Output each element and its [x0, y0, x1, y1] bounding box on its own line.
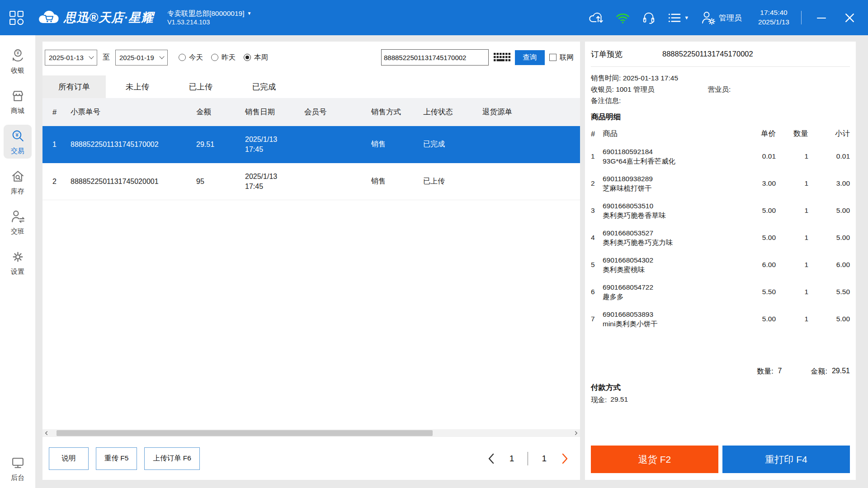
sidebar-item-settings[interactable]: 设置	[4, 245, 32, 279]
svg-text:¥: ¥	[15, 132, 19, 138]
shift-person-icon	[10, 209, 25, 224]
orders-panel: 2025-01-13 至 2025-01-19 今天 昨天	[42, 42, 580, 480]
receipt-search-input[interactable]	[381, 49, 489, 66]
scrollbar-thumb[interactable]	[57, 430, 433, 436]
user-menu[interactable]: 管理员	[701, 10, 742, 25]
scroll-right-arrow-icon[interactable]	[572, 429, 580, 437]
payment-method: 现金:	[591, 395, 607, 405]
item-col-product: 商品	[603, 129, 738, 139]
radio-label: 昨天	[222, 53, 236, 62]
wifi-icon[interactable]	[615, 12, 630, 24]
keyboard-icon[interactable]	[493, 52, 510, 63]
sidebar-item-shift[interactable]: 交班	[4, 205, 32, 239]
item-qty: 1	[776, 315, 808, 323]
headset-icon[interactable]	[642, 11, 656, 24]
radio-label: 本周	[254, 53, 268, 62]
order-row[interactable]: 1 8888522501131745170002 29.51 2025/1/13…	[42, 126, 580, 163]
apps-grid-icon[interactable]	[9, 10, 24, 25]
item-index: 1	[591, 152, 603, 160]
sidebar-item-backoffice[interactable]: 后台	[4, 451, 32, 485]
item-col-index: #	[591, 130, 603, 138]
order-row[interactable]: 2 8888522501131745020001 95 2025/1/13 17…	[42, 163, 580, 200]
item-subtotal: 3.00	[808, 179, 850, 188]
summary-qty-value: 7	[778, 367, 782, 376]
store-block: 专卖联盟总部[80000019] ▼ V1.53.214.103	[167, 9, 251, 26]
orders-table-header: # 小票单号 金额 销售日期 会员号 销售方式 上传状态 退货源单	[42, 98, 580, 126]
reupload-button[interactable]: 重传 F5	[96, 447, 137, 470]
preview-header: 订单预览 8888522501131745170002	[591, 42, 850, 67]
item-qty: 1	[776, 206, 808, 215]
chevron-down-icon: ▼	[684, 15, 689, 20]
sidebar-item-inventory[interactable]: 库存	[4, 165, 32, 199]
cell-method: 销售	[365, 140, 417, 149]
item-price: 5.00	[738, 315, 776, 323]
col-header-amount: 金额	[190, 107, 239, 117]
sidebar-label: 交易	[11, 147, 24, 155]
online-checkbox[interactable]: 联网	[549, 53, 574, 62]
cell-upload-status: 已完成	[417, 140, 476, 149]
order-list-menu[interactable]: ▼	[667, 12, 689, 24]
item-row: 3 6901668053510奥利奥巧脆卷香草味 5.00 1 5.00	[591, 197, 850, 224]
item-product: 690118059218493G*64嘉士利香芒威化	[603, 144, 738, 169]
cell-upload-status: 已上传	[417, 177, 476, 186]
online-label: 联网	[560, 53, 574, 62]
prev-page-icon[interactable]	[487, 453, 496, 465]
scroll-left-arrow-icon[interactable]	[42, 429, 50, 437]
cashier-label: 收银员:	[591, 85, 614, 93]
brand: 思迅®天店·星耀	[38, 9, 154, 26]
item-row: 1 690118059218493G*64嘉士利香芒威化 0.01 1 0.01	[591, 143, 850, 170]
storefront-icon	[10, 89, 25, 103]
item-col-qty: 数量	[776, 129, 808, 139]
checkbox-square	[549, 54, 557, 61]
item-qty: 1	[776, 261, 808, 269]
cloud-sync-icon[interactable]	[588, 11, 604, 24]
store-name[interactable]: 专卖联盟总部[80000019]	[167, 9, 245, 18]
item-index: 7	[591, 315, 603, 323]
radio-this-week[interactable]: 本周	[244, 53, 268, 62]
help-button[interactable]: 说明	[49, 447, 89, 470]
sidebar-item-transactions[interactable]: ¥ 交易	[4, 125, 32, 159]
radio-today[interactable]: 今天	[179, 53, 203, 62]
query-button[interactable]: 查询	[515, 50, 545, 65]
item-col-price: 单价	[738, 129, 776, 139]
tab-completed[interactable]: 已完成	[232, 75, 296, 98]
item-subtotal: 5.00	[808, 206, 850, 215]
radio-dot	[211, 54, 218, 61]
tab-all-orders[interactable]: 所有订单	[42, 75, 106, 98]
item-subtotal: 5.00	[808, 315, 850, 323]
item-product: 6901668054302奥利奥蜜桃味	[603, 252, 738, 277]
preview-title: 订单预览	[591, 49, 623, 60]
order-preview-panel: 订单预览 8888522501131745170002 销售时间: 2025-0…	[585, 42, 856, 480]
date-to-select[interactable]: 2025-01-19	[115, 50, 168, 66]
radio-yesterday[interactable]: 昨天	[211, 53, 236, 62]
tab-uploaded[interactable]: 已上传	[169, 75, 232, 98]
sidebar: ¥ 收银 商城 ¥	[0, 35, 35, 488]
store-caret-icon[interactable]: ▼	[247, 11, 251, 17]
tab-not-uploaded[interactable]: 未上传	[106, 75, 169, 98]
col-header-method: 销售方式	[365, 107, 417, 117]
item-index: 3	[591, 206, 603, 215]
item-product: 6901668054722趣多多	[603, 279, 738, 305]
search-yen-icon: ¥	[10, 129, 25, 144]
minimize-button[interactable]	[813, 10, 830, 25]
preview-actions: 退货 F2 重打印 F4	[591, 446, 850, 480]
item-subtotal: 5.50	[808, 288, 850, 296]
date-from-select[interactable]: 2025-01-13	[45, 50, 97, 66]
date-range-to-label: 至	[103, 53, 110, 62]
refund-button[interactable]: 退货 F2	[591, 446, 718, 473]
upload-order-button[interactable]: 上传订单 F6	[144, 447, 199, 470]
next-page-icon[interactable]	[560, 453, 569, 465]
version-label: V1.53.214.103	[167, 18, 251, 26]
col-header-upload-status: 上传状态	[417, 107, 476, 117]
close-button[interactable]	[841, 10, 858, 25]
sidebar-item-mall[interactable]: 商城	[4, 84, 32, 118]
payment-amount: 29.51	[610, 395, 628, 405]
sidebar-item-cashier[interactable]: ¥ 收银	[4, 44, 32, 78]
radio-dot	[179, 54, 186, 61]
item-subtotal: 5.00	[808, 234, 850, 242]
scrollbar-track[interactable]	[50, 429, 572, 437]
remark-label: 备注信息:	[591, 97, 621, 104]
item-row: 5 6901668054302奥利奥蜜桃味 6.00 1 6.00	[591, 251, 850, 278]
horizontal-scrollbar[interactable]	[42, 429, 580, 437]
reprint-button[interactable]: 重打印 F4	[722, 446, 850, 473]
